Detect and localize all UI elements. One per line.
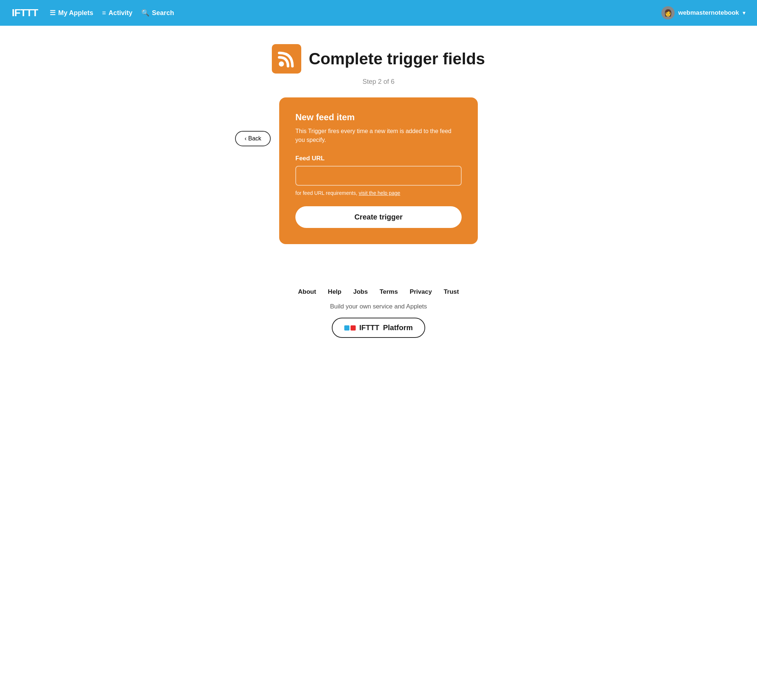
- svg-point-0: [279, 61, 284, 67]
- red-square-icon: [350, 325, 356, 331]
- step-label: Step 2 of 6: [362, 78, 394, 86]
- activity-icon: ≡: [102, 9, 106, 17]
- ifttt-squares-icon: [344, 325, 356, 331]
- avatar: 👩: [662, 6, 675, 19]
- platform-button[interactable]: IFTTT Platform: [332, 318, 425, 338]
- logo[interactable]: IFTTT: [12, 7, 38, 19]
- nav-search[interactable]: 🔍 Search: [141, 9, 174, 17]
- platform-suffix: Platform: [383, 323, 413, 332]
- rss-icon-box: [272, 44, 301, 73]
- blue-square-icon: [344, 325, 349, 331]
- search-icon: 🔍: [141, 9, 149, 17]
- footer-link-trust[interactable]: Trust: [444, 288, 459, 295]
- page-title: Complete trigger fields: [309, 50, 485, 68]
- footer-links: About Help Jobs Terms Privacy Trust: [298, 288, 459, 295]
- create-trigger-button[interactable]: Create trigger: [296, 206, 461, 228]
- feed-url-input[interactable]: [296, 166, 461, 186]
- card-title: New feed item: [296, 112, 461, 122]
- back-button[interactable]: ‹ Back: [235, 131, 271, 146]
- footer-link-about[interactable]: About: [298, 288, 316, 295]
- platform-label: IFTTT: [360, 323, 379, 332]
- back-wrap: ‹ Back: [213, 131, 271, 157]
- card-description: This Trigger fires every time a new item…: [296, 127, 461, 144]
- nav-activity[interactable]: ≡ Activity: [102, 9, 133, 17]
- footer-link-privacy[interactable]: Privacy: [410, 288, 432, 295]
- help-text: for feed URL requirements, visit the hel…: [296, 190, 461, 196]
- trigger-card: New feed item This Trigger fires every t…: [279, 97, 478, 244]
- footer-link-jobs[interactable]: Jobs: [353, 288, 368, 295]
- top-row: ‹ Back Complete trigger fields Step 2 of…: [213, 44, 544, 244]
- main-content: ‹ Back Complete trigger fields Step 2 of…: [0, 26, 757, 360]
- user-menu[interactable]: 👩 webmasternotebook ▾: [662, 6, 745, 19]
- nav-my-applets[interactable]: ☰ My Applets: [50, 9, 93, 17]
- applets-icon: ☰: [50, 9, 56, 17]
- help-link[interactable]: visit the help page: [359, 190, 400, 196]
- footer-tagline: Build your own service and Applets: [330, 303, 427, 310]
- feed-url-label: Feed URL: [296, 155, 461, 162]
- page-header: Complete trigger fields: [272, 44, 485, 73]
- footer-link-help[interactable]: Help: [328, 288, 341, 295]
- chevron-down-icon: ▾: [743, 10, 745, 16]
- footer: About Help Jobs Terms Privacy Trust Buil…: [298, 288, 459, 338]
- main-header: IFTTT ☰ My Applets ≡ Activity 🔍 Search 👩…: [0, 0, 757, 26]
- footer-link-terms[interactable]: Terms: [380, 288, 398, 295]
